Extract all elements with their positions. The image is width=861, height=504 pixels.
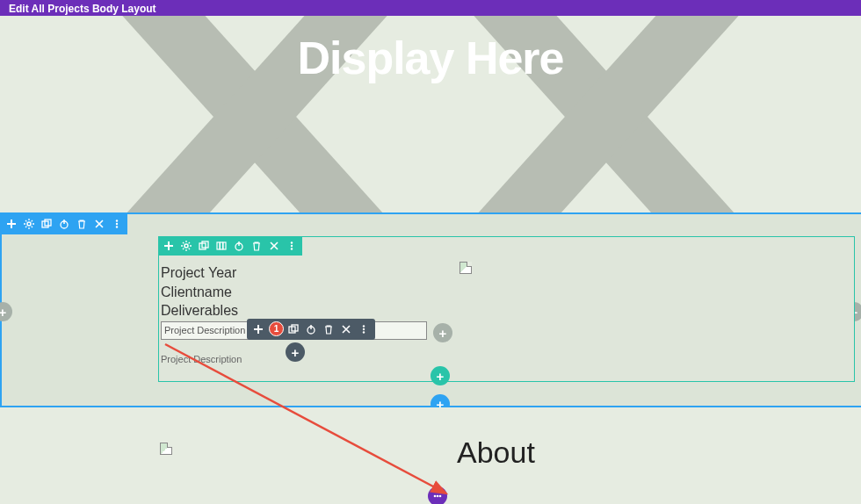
- close-icon[interactable]: [269, 241, 279, 251]
- svg-point-7: [184, 244, 188, 248]
- svg-point-6: [116, 226, 118, 227]
- add-row-button[interactable]: +: [430, 366, 450, 385]
- svg-point-5: [116, 223, 118, 225]
- broken-image-icon: [459, 262, 472, 274]
- editor-topbar: Edit All Projects Body Layout: [0, 0, 861, 16]
- row-toolbar: [158, 236, 302, 256]
- hero-headline: Display Here: [0, 32, 861, 84]
- about-heading: About: [457, 436, 535, 470]
- duplicate-icon[interactable]: [199, 241, 209, 251]
- svg-point-24: [434, 495, 437, 498]
- duplicate-icon[interactable]: [41, 219, 52, 229]
- column-right: [459, 262, 472, 277]
- add-module-button[interactable]: +: [286, 342, 305, 362]
- section-toolbar: [1, 213, 127, 234]
- section-frame[interactable]: + + Project Year Clientname Deliverables…: [0, 212, 861, 407]
- gear-icon[interactable]: [24, 219, 34, 229]
- svg-rect-11: [221, 242, 223, 249]
- add-icon[interactable]: [253, 324, 264, 335]
- svg-rect-10: [217, 242, 220, 249]
- svg-point-0: [27, 222, 31, 226]
- trash-icon[interactable]: [323, 324, 334, 335]
- column-left: Project Year Clientname Deliverables: [161, 263, 433, 320]
- hero-section: Display Here: [0, 16, 861, 212]
- svg-point-15: [291, 245, 293, 247]
- add-column-button[interactable]: +: [433, 323, 452, 342]
- row-frame[interactable]: Project Year Clientname Deliverables + P…: [158, 236, 855, 382]
- power-icon[interactable]: [234, 241, 244, 251]
- svg-rect-12: [223, 242, 226, 249]
- module-toolbar: [247, 319, 375, 340]
- svg-point-4: [116, 220, 118, 221]
- trash-icon[interactable]: [251, 241, 262, 251]
- svg-point-23: [363, 331, 365, 333]
- svg-point-21: [363, 325, 365, 327]
- description-text: Project Description: [161, 354, 242, 364]
- trash-icon[interactable]: [76, 219, 87, 229]
- text-line: Project Year: [161, 263, 433, 283]
- more-icon[interactable]: [112, 219, 122, 229]
- more-icon[interactable]: [358, 324, 369, 335]
- text-line: Clientname: [161, 283, 433, 302]
- close-icon[interactable]: [341, 324, 351, 335]
- more-icon[interactable]: [286, 241, 297, 251]
- svg-point-25: [437, 495, 439, 498]
- add-column-left-button[interactable]: +: [0, 302, 12, 321]
- svg-point-14: [291, 241, 293, 243]
- topbar-title: Edit All Projects Body Layout: [9, 3, 156, 15]
- svg-point-22: [363, 328, 365, 330]
- add-icon[interactable]: [6, 219, 17, 229]
- close-icon[interactable]: [94, 219, 105, 229]
- add-section-bottom-button[interactable]: [428, 486, 447, 504]
- power-icon[interactable]: [306, 324, 316, 335]
- svg-point-26: [439, 495, 442, 498]
- broken-image-icon: [160, 443, 172, 455]
- below-section: About: [0, 407, 861, 504]
- gear-icon[interactable]: [181, 241, 192, 251]
- columns-icon[interactable]: [216, 241, 227, 251]
- module-label: Project Description: [164, 325, 245, 335]
- text-line: Deliverables: [161, 301, 433, 320]
- svg-point-16: [291, 248, 293, 249]
- add-icon[interactable]: [163, 241, 174, 251]
- duplicate-icon[interactable]: [288, 324, 299, 335]
- power-icon[interactable]: [59, 219, 69, 229]
- annotation-badge: 1: [269, 321, 284, 336]
